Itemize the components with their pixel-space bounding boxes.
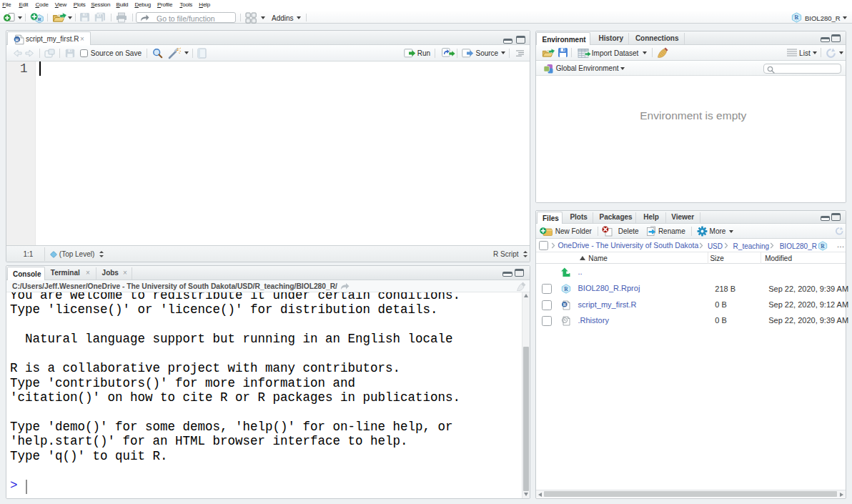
- svg-text:R: R: [563, 302, 567, 307]
- svg-text:R: R: [821, 242, 825, 249]
- svg-text:R: R: [565, 286, 569, 292]
- svg-text:R: R: [795, 14, 799, 21]
